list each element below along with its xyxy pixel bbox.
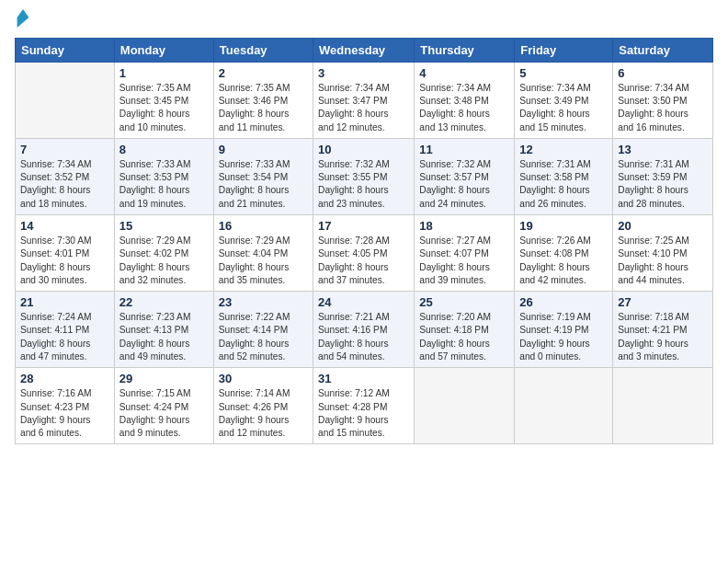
calendar-cell: 10Sunrise: 7:32 AM Sunset: 3:55 PM Dayli… [313, 138, 415, 214]
day-number: 21 [20, 295, 109, 309]
calendar-cell: 25Sunrise: 7:20 AM Sunset: 4:18 PM Dayli… [415, 292, 515, 368]
day-info: Sunrise: 7:25 AM Sunset: 4:10 PM Dayligh… [618, 235, 708, 287]
day-info: Sunrise: 7:28 AM Sunset: 4:05 PM Dayligh… [318, 235, 409, 287]
weekday-header: Sunday [16, 38, 115, 62]
calendar-cell: 4Sunrise: 7:34 AM Sunset: 3:48 PM Daylig… [415, 62, 515, 138]
day-number: 30 [219, 372, 308, 385]
calendar-cell: 9Sunrise: 7:33 AM Sunset: 3:54 PM Daylig… [213, 138, 313, 214]
day-info: Sunrise: 7:15 AM Sunset: 4:24 PM Dayligh… [119, 387, 209, 440]
day-number: 12 [519, 143, 608, 156]
calendar-cell: 6Sunrise: 7:34 AM Sunset: 3:50 PM Daylig… [613, 62, 713, 138]
day-number: 23 [219, 295, 308, 309]
calendar-cell: 14Sunrise: 7:30 AM Sunset: 4:01 PM Dayli… [16, 215, 115, 292]
day-info: Sunrise: 7:34 AM Sunset: 3:52 PM Dayligh… [20, 158, 109, 211]
calendar-cell: 20Sunrise: 7:25 AM Sunset: 4:10 PM Dayli… [613, 215, 713, 292]
day-number: 17 [318, 219, 409, 233]
day-info: Sunrise: 7:12 AM Sunset: 4:28 PM Dayligh… [318, 387, 409, 440]
day-number: 2 [219, 66, 308, 80]
day-number: 16 [219, 219, 308, 233]
calendar-week-row: 7Sunrise: 7:34 AM Sunset: 3:52 PM Daylig… [16, 138, 713, 214]
calendar-cell: 7Sunrise: 7:34 AM Sunset: 3:52 PM Daylig… [16, 138, 115, 214]
day-info: Sunrise: 7:26 AM Sunset: 4:08 PM Dayligh… [519, 235, 608, 287]
logo-text [15, 13, 29, 32]
header-row: SundayMondayTuesdayWednesdayThursdayFrid… [16, 38, 713, 62]
weekday-header: Friday [515, 38, 613, 62]
calendar-cell: 17Sunrise: 7:28 AM Sunset: 4:05 PM Dayli… [313, 215, 415, 292]
day-number: 11 [419, 143, 509, 156]
day-number: 26 [519, 295, 608, 309]
weekday-header: Thursday [415, 38, 515, 62]
day-info: Sunrise: 7:33 AM Sunset: 3:54 PM Dayligh… [219, 158, 308, 211]
day-number: 18 [419, 219, 509, 233]
page: SundayMondayTuesdayWednesdayThursdayFrid… [0, 0, 728, 563]
calendar-cell: 11Sunrise: 7:32 AM Sunset: 3:57 PM Dayli… [415, 138, 515, 214]
calendar-cell: 19Sunrise: 7:26 AM Sunset: 4:08 PM Dayli… [515, 215, 613, 292]
day-info: Sunrise: 7:18 AM Sunset: 4:21 PM Dayligh… [618, 311, 708, 363]
day-number: 27 [618, 295, 708, 309]
calendar-cell: 30Sunrise: 7:14 AM Sunset: 4:26 PM Dayli… [213, 368, 313, 444]
day-number: 5 [519, 66, 608, 80]
day-info: Sunrise: 7:35 AM Sunset: 3:46 PM Dayligh… [219, 82, 308, 134]
day-number: 15 [119, 219, 209, 233]
calendar-cell: 16Sunrise: 7:29 AM Sunset: 4:04 PM Dayli… [213, 215, 313, 292]
day-number: 9 [219, 143, 308, 156]
calendar-cell [515, 368, 613, 444]
day-number: 10 [318, 143, 409, 156]
day-number: 29 [119, 372, 209, 385]
day-info: Sunrise: 7:23 AM Sunset: 4:13 PM Dayligh… [119, 311, 209, 363]
calendar-cell: 29Sunrise: 7:15 AM Sunset: 4:24 PM Dayli… [114, 368, 213, 444]
day-info: Sunrise: 7:34 AM Sunset: 3:48 PM Dayligh… [419, 82, 509, 134]
day-number: 4 [419, 66, 509, 80]
day-number: 13 [618, 143, 708, 156]
day-number: 19 [519, 219, 608, 233]
calendar-cell: 12Sunrise: 7:31 AM Sunset: 3:58 PM Dayli… [515, 138, 613, 214]
day-info: Sunrise: 7:31 AM Sunset: 3:59 PM Dayligh… [618, 158, 708, 211]
weekday-header: Saturday [613, 38, 713, 62]
day-info: Sunrise: 7:29 AM Sunset: 4:04 PM Dayligh… [219, 235, 308, 287]
calendar-cell: 24Sunrise: 7:21 AM Sunset: 4:16 PM Dayli… [313, 292, 415, 368]
day-info: Sunrise: 7:14 AM Sunset: 4:26 PM Dayligh… [219, 387, 308, 440]
day-number: 24 [318, 295, 409, 309]
logo-bird-icon [17, 9, 29, 28]
day-info: Sunrise: 7:34 AM Sunset: 3:50 PM Dayligh… [618, 82, 708, 134]
calendar-cell [16, 62, 115, 138]
day-info: Sunrise: 7:32 AM Sunset: 3:55 PM Dayligh… [318, 158, 409, 211]
calendar-week-row: 14Sunrise: 7:30 AM Sunset: 4:01 PM Dayli… [16, 215, 713, 292]
calendar-cell: 15Sunrise: 7:29 AM Sunset: 4:02 PM Dayli… [114, 215, 213, 292]
day-number: 31 [318, 372, 409, 385]
day-number: 6 [618, 66, 708, 80]
day-number: 25 [419, 295, 509, 309]
calendar-cell: 5Sunrise: 7:34 AM Sunset: 3:49 PM Daylig… [515, 62, 613, 138]
calendar-week-row: 21Sunrise: 7:24 AM Sunset: 4:11 PM Dayli… [16, 292, 713, 368]
day-info: Sunrise: 7:20 AM Sunset: 4:18 PM Dayligh… [419, 311, 509, 363]
day-number: 1 [119, 66, 209, 80]
calendar-cell [415, 368, 515, 444]
day-number: 28 [20, 372, 109, 385]
day-info: Sunrise: 7:27 AM Sunset: 4:07 PM Dayligh… [419, 235, 509, 287]
calendar-cell: 23Sunrise: 7:22 AM Sunset: 4:14 PM Dayli… [213, 292, 313, 368]
calendar-cell: 31Sunrise: 7:12 AM Sunset: 4:28 PM Dayli… [313, 368, 415, 444]
calendar-cell: 26Sunrise: 7:19 AM Sunset: 4:19 PM Dayli… [515, 292, 613, 368]
day-info: Sunrise: 7:24 AM Sunset: 4:11 PM Dayligh… [20, 311, 109, 363]
day-info: Sunrise: 7:31 AM Sunset: 3:58 PM Dayligh… [519, 158, 608, 211]
calendar-cell: 1Sunrise: 7:35 AM Sunset: 3:45 PM Daylig… [114, 62, 213, 138]
calendar-week-row: 28Sunrise: 7:16 AM Sunset: 4:23 PM Dayli… [16, 368, 713, 444]
day-info: Sunrise: 7:34 AM Sunset: 3:49 PM Dayligh… [519, 82, 608, 134]
calendar-cell: 27Sunrise: 7:18 AM Sunset: 4:21 PM Dayli… [613, 292, 713, 368]
calendar-cell: 21Sunrise: 7:24 AM Sunset: 4:11 PM Dayli… [16, 292, 115, 368]
day-info: Sunrise: 7:21 AM Sunset: 4:16 PM Dayligh… [318, 311, 409, 363]
calendar-cell [613, 368, 713, 444]
day-info: Sunrise: 7:16 AM Sunset: 4:23 PM Dayligh… [20, 387, 109, 440]
day-number: 20 [618, 219, 708, 233]
day-info: Sunrise: 7:34 AM Sunset: 3:47 PM Dayligh… [318, 82, 409, 134]
day-number: 7 [20, 143, 109, 156]
day-number: 14 [20, 219, 109, 233]
header [15, 9, 713, 32]
day-info: Sunrise: 7:32 AM Sunset: 3:57 PM Dayligh… [419, 158, 509, 211]
day-info: Sunrise: 7:33 AM Sunset: 3:53 PM Dayligh… [119, 158, 209, 211]
calendar-week-row: 1Sunrise: 7:35 AM Sunset: 3:45 PM Daylig… [16, 62, 713, 138]
calendar-cell: 8Sunrise: 7:33 AM Sunset: 3:53 PM Daylig… [114, 138, 213, 214]
logo [15, 13, 29, 32]
weekday-header: Wednesday [313, 38, 415, 62]
day-number: 22 [119, 295, 209, 309]
